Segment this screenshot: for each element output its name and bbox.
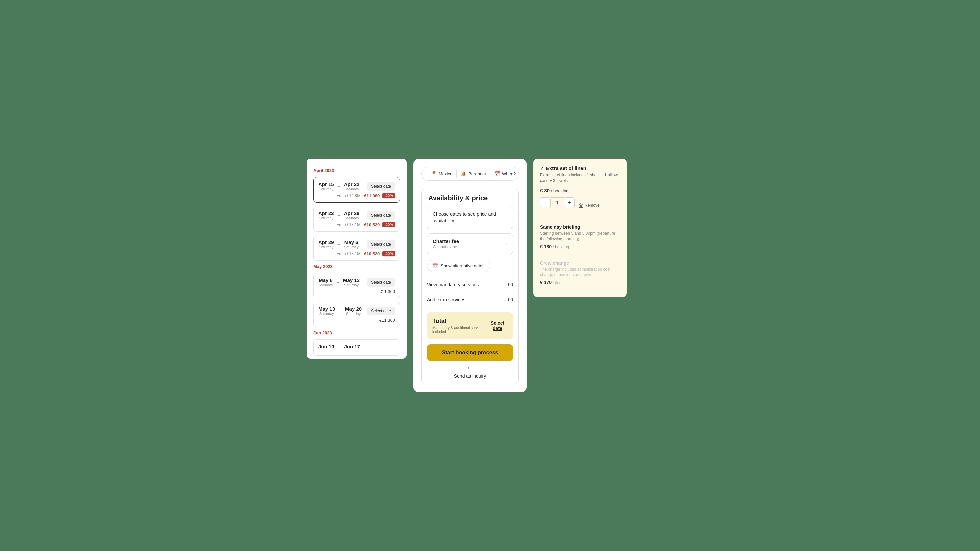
extra-linen-desc: Extra set of linen includes 1 sheet + 1 … xyxy=(540,172,620,184)
date-list-panel: April 2023 Apr 15 Saturday → Apr 22 Satu… xyxy=(307,159,407,359)
divider xyxy=(540,255,620,255)
date-row[interactable]: May 6 Saturday → May 13 Saturday Select … xyxy=(313,273,400,298)
same-day-price: € 180 / booking xyxy=(540,244,620,249)
date-from: May 13 xyxy=(318,306,335,312)
when-label: When? xyxy=(502,171,515,176)
date-to-weekday: Saturday xyxy=(344,187,359,191)
arrow-icon: → xyxy=(337,344,342,349)
same-day-desc: Starting between 5 and 5.30pm (departure… xyxy=(540,231,620,242)
quantity-minus-button[interactable]: - xyxy=(540,197,550,208)
date-to: May 20 xyxy=(345,306,362,312)
select-date-button[interactable]: Select date xyxy=(367,278,395,287)
location-icon: 📍 xyxy=(431,171,437,176)
calendar-icon: 📅 xyxy=(433,263,438,268)
extra-services-link[interactable]: Add extra services xyxy=(427,297,465,303)
charter-fee-label: Charter fee xyxy=(433,238,459,244)
select-date-total-button[interactable]: Select date xyxy=(487,320,508,331)
arrow-icon: → xyxy=(337,213,341,218)
date-to-weekday: Saturday xyxy=(344,216,359,220)
extra-services-row: Add extra services €0 xyxy=(427,292,513,307)
select-date-button[interactable]: Select date xyxy=(367,211,395,220)
total-section: Total Mandatory & additional services in… xyxy=(427,312,513,339)
same-day-briefing-item: Same day briefing Starting between 5 and… xyxy=(540,225,620,249)
quantity-value: 1 xyxy=(550,197,564,208)
choose-dates-text[interactable]: Choose dates to see price and availabili… xyxy=(433,211,496,223)
price-original: From €13,150 xyxy=(337,222,362,227)
select-date-button[interactable]: Select date xyxy=(367,240,395,248)
date-row[interactable]: Jun 10 → Jun 17 xyxy=(313,339,400,356)
date-from: Jun 10 xyxy=(318,344,334,349)
select-date-button[interactable]: Select date xyxy=(367,182,395,191)
arrow-icon: → xyxy=(337,242,341,247)
date-from: Apr 15 xyxy=(318,182,334,187)
choose-dates-section[interactable]: Choose dates to see price and availabili… xyxy=(427,206,513,229)
mandatory-services-row: View mandatory services €0 xyxy=(427,277,513,292)
date-to: Apr 29 xyxy=(344,210,360,216)
divider xyxy=(540,219,620,219)
date-to: May 13 xyxy=(343,277,360,283)
discount-badge: -20% xyxy=(382,251,395,256)
start-booking-button[interactable]: Start booking process xyxy=(427,344,513,361)
charter-fee-section: Charter fee Without extras - xyxy=(427,233,513,254)
boat-type-label: Bareboat xyxy=(468,171,486,176)
price-only: €11,360 xyxy=(379,318,395,323)
date-row[interactable]: Apr 29 Saturday → May 6 Saturday Select … xyxy=(313,235,400,261)
quantity-plus-button[interactable]: + xyxy=(564,197,575,208)
price-current: €11,880 xyxy=(364,193,380,198)
date-to: Jun 17 xyxy=(344,344,360,349)
price-original: From €13,150 xyxy=(337,251,362,256)
date-to-weekday: Saturday xyxy=(344,283,359,287)
date-from-weekday: Saturday xyxy=(318,283,333,287)
total-sub: Mandatory & additional services included xyxy=(432,326,487,334)
boat-type-pill[interactable]: ⛵ Bareboat xyxy=(457,170,490,178)
select-date-button[interactable]: Select date xyxy=(367,307,395,315)
date-pill[interactable]: 📅 When? xyxy=(490,170,520,178)
total-label: Total xyxy=(432,318,487,325)
crew-change-title: Crew change xyxy=(540,260,620,266)
location-pill[interactable]: 📍 Mexico xyxy=(427,170,457,178)
availability-card: Availability & price Choose dates to see… xyxy=(422,189,519,384)
date-to: May 6 xyxy=(344,239,358,245)
center-panel: 📍 Mexico ⛵ Bareboat 📅 When? Availability… xyxy=(413,159,527,392)
price-only: €11,360 xyxy=(379,289,395,294)
mandatory-services-link[interactable]: View mandatory services xyxy=(427,282,479,287)
crew-change-item: Crew change The charge includes administ… xyxy=(540,260,620,285)
charter-fee-sub: Without extras xyxy=(433,245,459,249)
availability-title: Availability & price xyxy=(422,189,518,206)
month-label-jun: Jun 2023 xyxy=(313,330,400,335)
date-from-weekday: Saturday xyxy=(319,187,333,191)
trash-icon: 🗑 xyxy=(579,203,583,208)
month-label-april: April 2023 xyxy=(313,168,400,173)
charter-fee-dash: - xyxy=(505,240,508,247)
date-from-weekday: Saturday xyxy=(319,245,333,249)
date-from: Apr 29 xyxy=(318,239,334,245)
date-row[interactable]: Apr 22 Saturday → Apr 29 Saturday Select… xyxy=(313,206,400,232)
mandatory-services-price: €0 xyxy=(508,282,513,287)
quantity-control: - 1 + xyxy=(540,197,575,208)
date-row[interactable]: May 13 Saturday → May 20 Saturday Select… xyxy=(313,302,400,327)
date-to-weekday: Saturday xyxy=(346,312,361,316)
crew-change-price: € 170 / item xyxy=(540,280,620,285)
discount-badge: -20% xyxy=(382,193,395,198)
show-alternative-dates-button[interactable]: 📅 Show alternative dates xyxy=(427,260,490,272)
date-to-weekday: Saturday xyxy=(344,245,359,249)
date-from-weekday: Saturday xyxy=(319,312,334,316)
check-icon: ✓ xyxy=(540,166,544,171)
boat-icon: ⛵ xyxy=(461,171,466,176)
price-original: From €14,850 xyxy=(337,193,362,198)
extra-services-price: €0 xyxy=(508,297,513,303)
send-inquiry-link[interactable]: Send as inquiry xyxy=(422,373,518,379)
month-label-may: May 2023 xyxy=(313,264,400,269)
or-divider: or xyxy=(422,365,518,370)
search-bar: 📍 Mexico ⛵ Bareboat 📅 When? xyxy=(422,167,519,181)
date-from: Apr 22 xyxy=(318,210,334,216)
date-row[interactable]: Apr 15 Saturday → Apr 22 Saturday Select… xyxy=(313,177,400,203)
remove-button[interactable]: 🗑 Remove xyxy=(579,203,600,208)
price-current: €10,520 xyxy=(364,222,380,227)
right-panel: ✓ Extra set of linen Extra set of linen … xyxy=(533,159,627,297)
date-from-weekday: Saturday xyxy=(319,216,333,220)
services-section: View mandatory services €0 Add extra ser… xyxy=(427,277,513,307)
location-label: Mexico xyxy=(439,171,452,176)
discount-badge: -20% xyxy=(382,222,395,227)
calendar-icon: 📅 xyxy=(494,171,500,176)
